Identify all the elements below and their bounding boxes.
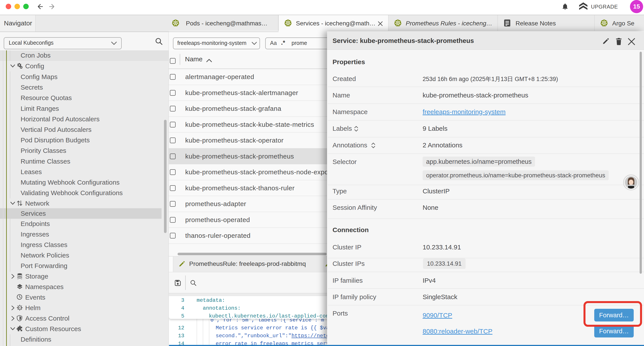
svg-text:HELM: HELM [17, 307, 22, 309]
